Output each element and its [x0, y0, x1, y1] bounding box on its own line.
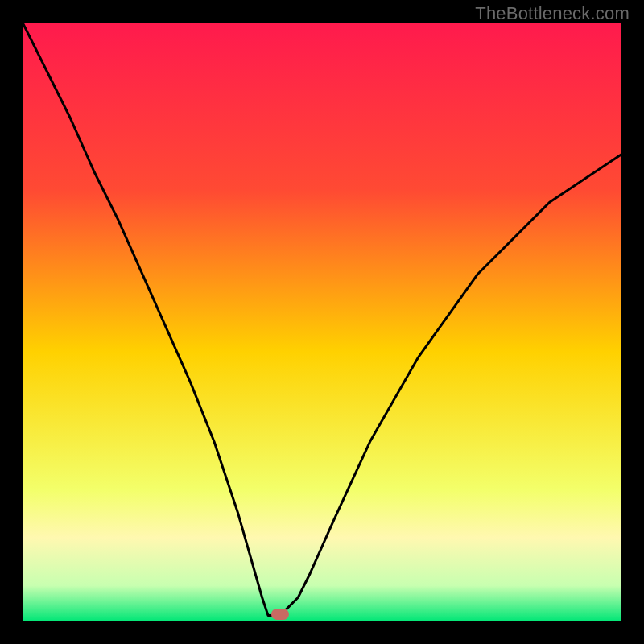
- plot-area: [23, 23, 621, 621]
- watermark-text: TheBottleneck.com: [475, 3, 630, 24]
- svg-rect-0: [23, 23, 621, 621]
- optimal-marker: [271, 609, 289, 620]
- chart-svg: [23, 23, 621, 621]
- chart-frame: TheBottleneck.com: [0, 0, 644, 644]
